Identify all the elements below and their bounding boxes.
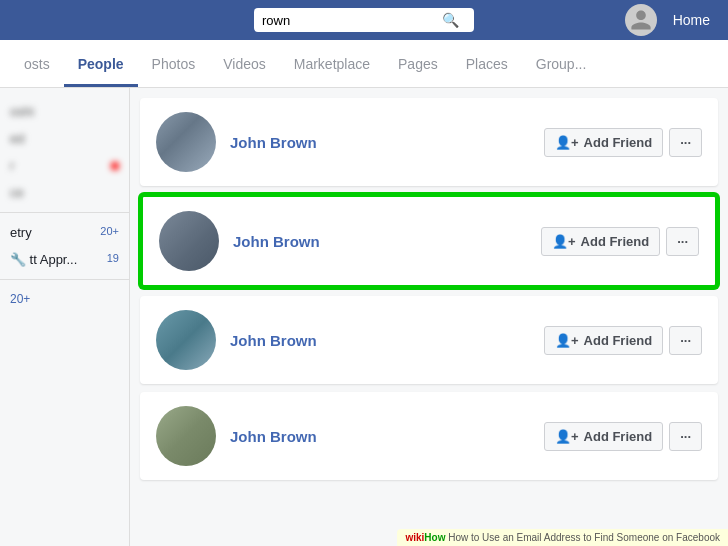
search-button[interactable]: 🔍 — [442, 12, 459, 28]
avatar-1 — [156, 112, 216, 172]
person-card-4: John Brown 👤+ Add Friend ··· — [140, 392, 718, 480]
more-btn-1[interactable]: ··· — [669, 128, 702, 157]
more-btn-4[interactable]: ··· — [669, 422, 702, 451]
avatar-3 — [156, 310, 216, 370]
tab-posts[interactable]: osts — [10, 44, 64, 87]
card-actions-3: 👤+ Add Friend ··· — [544, 326, 702, 355]
search-results: John Brown 👤+ Add Friend ··· John Brown … — [130, 88, 728, 546]
add-friend-btn-3[interactable]: 👤+ Add Friend — [544, 326, 663, 355]
search-container: 🔍 — [254, 8, 474, 32]
person-name-3[interactable]: John Brown — [230, 332, 530, 349]
add-friend-icon-1: 👤+ — [555, 135, 579, 150]
home-button[interactable]: Home — [665, 8, 718, 32]
tab-groups[interactable]: Group... — [522, 44, 601, 87]
person-card-3: John Brown 👤+ Add Friend ··· — [140, 296, 718, 384]
add-friend-icon-3: 👤+ — [555, 333, 579, 348]
sidebar-divider — [0, 212, 129, 213]
sidebar-divider-2 — [0, 279, 129, 280]
tab-places[interactable]: Places — [452, 44, 522, 87]
more-btn-2[interactable]: ··· — [666, 227, 699, 256]
add-friend-btn-2[interactable]: 👤+ Add Friend — [541, 227, 660, 256]
sidebar-item-5[interactable]: etry 20+ — [0, 219, 129, 246]
more-btn-3[interactable]: ··· — [669, 326, 702, 355]
card-actions-4: 👤+ Add Friend ··· — [544, 422, 702, 451]
wiki-text: wiki — [405, 532, 424, 543]
how-text: How — [424, 532, 445, 543]
tab-photos[interactable]: Photos — [138, 44, 210, 87]
add-friend-btn-1[interactable]: 👤+ Add Friend — [544, 128, 663, 157]
person-card-1: John Brown 👤+ Add Friend ··· — [140, 98, 718, 186]
search-input[interactable] — [262, 13, 442, 28]
tab-marketplace[interactable]: Marketplace — [280, 44, 384, 87]
add-friend-icon-2: 👤+ — [552, 234, 576, 249]
user-avatar[interactable] — [625, 4, 657, 36]
sidebar-bottom-badge: 20+ — [0, 286, 129, 312]
avatar-2 — [159, 211, 219, 271]
tab-people[interactable]: People — [64, 44, 138, 87]
badge-6: 19 — [107, 252, 119, 264]
sidebar-item-4[interactable]: ce — [0, 179, 129, 206]
badge-5: 20+ — [100, 225, 119, 237]
card-actions-2: 👤+ Add Friend ··· — [541, 227, 699, 256]
main-content: oshi ed r ce etry 20+ 🔧 tt Appr... 19 20… — [0, 88, 728, 546]
top-nav-right: Home — [625, 4, 718, 36]
wikihow-description: How to Use an Email Address to Find Some… — [448, 532, 720, 543]
person-name-2[interactable]: John Brown — [233, 233, 527, 250]
person-name-4[interactable]: John Brown — [230, 428, 530, 445]
sidebar-item-1[interactable]: oshi — [0, 98, 129, 125]
card-actions-1: 👤+ Add Friend ··· — [544, 128, 702, 157]
sidebar-item-3[interactable]: r — [0, 152, 129, 179]
tabs-navbar: osts People Photos Videos Marketplace Pa… — [0, 40, 728, 88]
tab-pages[interactable]: Pages — [384, 44, 452, 87]
avatar-4 — [156, 406, 216, 466]
notification-dot — [111, 162, 119, 170]
sidebar: oshi ed r ce etry 20+ 🔧 tt Appr... 19 20… — [0, 88, 130, 546]
wikihow-attribution: wikiHow How to Use an Email Address to F… — [397, 529, 728, 546]
tab-videos[interactable]: Videos — [209, 44, 280, 87]
top-navbar: 🔍 Home — [0, 0, 728, 40]
person-name-1[interactable]: John Brown — [230, 134, 530, 151]
person-card-2: John Brown 👤+ Add Friend ··· — [140, 194, 718, 288]
add-friend-icon-4: 👤+ — [555, 429, 579, 444]
add-friend-btn-4[interactable]: 👤+ Add Friend — [544, 422, 663, 451]
sidebar-item-2[interactable]: ed — [0, 125, 129, 152]
sidebar-item-6[interactable]: 🔧 tt Appr... 19 — [0, 246, 129, 273]
